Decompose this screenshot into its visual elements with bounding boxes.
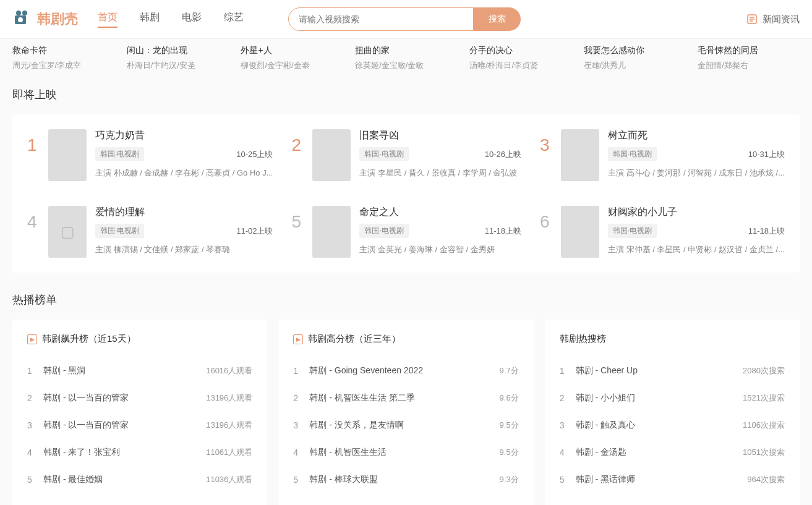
rank-row[interactable]: 5 韩剧 - 最佳婚姻 11036人观看 [27, 466, 252, 493]
news-link[interactable]: 新闻资讯 [746, 14, 800, 25]
upcoming-info: 财阀家的小儿子 韩国·电视剧 11-18上映 主演 宋仲基 / 李星民 / 申贤… [608, 206, 785, 255]
rank-row[interactable]: 4 韩剧 - 机智医生生活 9.5分 [293, 439, 518, 466]
ranking-box: ▶韩剧飙升榜（近15天） 1 韩剧 - 黑洞 16016人观看 2 韩剧 - 以… [12, 320, 267, 505]
rank-row[interactable]: 1 韩剧 - Going Seventeen 2022 9.7分 [293, 357, 518, 384]
rank-row[interactable]: 1 韩剧 - Cheer Up 2080次搜索 [560, 357, 785, 384]
rank-idx: 5 [27, 475, 43, 485]
logo[interactable]: 韩剧壳 [12, 9, 78, 29]
rank-row[interactable]: 3 韩剧 - 以一当百的管家 13196人观看 [27, 412, 252, 439]
partial-actors: 金韶情/郑粲右 [698, 60, 800, 71]
nav-korean[interactable]: 韩剧 [140, 11, 160, 28]
partial-title: 我要怎么感动你 [584, 45, 686, 56]
rank-row[interactable]: 4 韩剧 - 来了！张宝利 11061人观看 [27, 439, 252, 466]
country-tag: 韩国·电视剧 [359, 147, 408, 161]
country-tag: 韩国·电视剧 [608, 147, 657, 161]
partial-actors: 汤唯/朴海日/李贞贤 [469, 60, 571, 71]
upcoming-item-title[interactable]: 旧案寻凶 [359, 129, 521, 142]
rank-number: 5 [291, 212, 304, 232]
poster-thumb[interactable] [312, 206, 351, 258]
poster-thumb[interactable]: ▢ [48, 206, 87, 258]
rank-row[interactable]: 2 韩剧 - 以一当百的管家 13196人观看 [27, 384, 252, 412]
upcoming-info: 命定之人 韩国·电视剧 11-18上映 主演 金英光 / 姜海琳 / 金容智 /… [359, 206, 521, 255]
rank-name: 韩剧 - 黑话律师 [576, 474, 748, 485]
upcoming-meta: 韩国·电视剧 11-02上映 [95, 224, 273, 238]
rank-idx: 3 [560, 420, 576, 430]
search-button[interactable]: 搜索 [474, 7, 521, 31]
rank-idx: 4 [560, 448, 576, 457]
nav-variety[interactable]: 综艺 [224, 11, 244, 28]
rank-value: 1521次搜索 [743, 393, 785, 404]
poster-thumb[interactable] [561, 206, 599, 258]
rank-value: 2080次搜索 [743, 365, 785, 376]
upcoming-info: 爱情的理解 韩国·电视剧 11-02上映 主演 柳演锡 / 文佳煐 / 郑家蓝 … [95, 206, 273, 255]
rank-row[interactable]: 3 韩剧 - 触及真心 1106次搜索 [560, 412, 785, 439]
upcoming-item: 3 树立而死 韩国·电视剧 10-31上映 主演 高斗心 / 姜河那 / 河智苑… [540, 129, 785, 181]
rank-name: 韩剧 - 以一当百的管家 [43, 420, 206, 431]
rank-name: 韩剧 - 黑洞 [43, 365, 206, 376]
rank-idx: 4 [293, 448, 309, 457]
rank-name: 韩剧 - 棒球大联盟 [309, 474, 499, 485]
rank-value: 16016人观看 [206, 365, 252, 376]
rank-value: 9.3分 [500, 474, 519, 485]
partial-item[interactable]: 我要怎么感动你崔雄/洪秀儿 [584, 45, 686, 71]
rank-number: 2 [291, 135, 304, 155]
rank-idx: 1 [560, 366, 576, 376]
rank-value: 1106次搜索 [743, 420, 785, 431]
upcoming-cast: 主演 李星民 / 晋久 / 景收真 / 李学周 / 金弘波 [359, 168, 521, 179]
upcoming-item: 5 命定之人 韩国·电视剧 11-18上映 主演 金英光 / 姜海琳 / 金容智… [291, 206, 521, 258]
upcoming-item-title[interactable]: 爱情的理解 [95, 206, 273, 219]
rank-name: 韩剧 - 以一当百的管家 [43, 393, 206, 404]
ranking-section: 热播榜单 ▶韩剧飙升榜（近15天） 1 韩剧 - 黑洞 16016人观看 2 韩… [0, 282, 812, 505]
rank-row[interactable]: 4 韩剧 - 金汤匙 1051次搜索 [560, 439, 785, 466]
rank-name: 韩剧 - 小小姐们 [576, 393, 743, 404]
rank-value: 9.6分 [500, 393, 519, 404]
partial-item[interactable]: 毛骨悚然的同居金韶情/郑粲右 [698, 45, 800, 71]
poster-thumb[interactable] [48, 129, 87, 181]
rank-row[interactable]: 2 韩剧 - 小小姐们 1521次搜索 [560, 384, 785, 412]
rank-row[interactable]: 3 韩剧 - 没关系，是友情啊 9.5分 [293, 412, 518, 439]
rank-idx: 3 [293, 420, 309, 430]
upcoming-section: 即将上映 1 巧克力奶昔 韩国·电视剧 10-25上映 主演 朴成赫 / 金成赫… [0, 77, 812, 282]
upcoming-meta: 韩国·电视剧 11-18上映 [359, 224, 521, 238]
poster-thumb[interactable] [312, 129, 351, 181]
nav: 首页 韩剧 电影 综艺 [98, 11, 244, 28]
upcoming-cast: 主演 高斗心 / 姜河那 / 河智苑 / 成东日 / 池承炫 /... [608, 168, 785, 179]
upcoming-cast: 主演 朴成赫 / 金成赫 / 李在彬 / 高豪贞 / Go Ho J... [95, 168, 273, 179]
partial-item[interactable]: 救命卡符周元/金宝罗/李成宰 [12, 45, 114, 71]
upcoming-item: 6 财阀家的小儿子 韩国·电视剧 11-18上映 主演 宋仲基 / 李星民 / … [540, 206, 785, 258]
rank-name: 韩剧 - 最佳婚姻 [43, 474, 206, 485]
poster-thumb[interactable] [561, 129, 599, 181]
partial-item[interactable]: 闲山：龙的出现朴海日/卞约汉/安圣 [127, 45, 229, 71]
rank-row[interactable]: 1 韩剧 - 黑洞 16016人观看 [27, 357, 252, 384]
ranking-grid: ▶韩剧飙升榜（近15天） 1 韩剧 - 黑洞 16016人观看 2 韩剧 - 以… [12, 320, 800, 505]
upcoming-grid: 1 巧克力奶昔 韩国·电视剧 10-25上映 主演 朴成赫 / 金成赫 / 李在… [12, 114, 800, 273]
search-input[interactable] [288, 7, 474, 31]
rank-idx: 5 [293, 475, 309, 485]
nav-movie[interactable]: 电影 [182, 11, 202, 28]
partial-item[interactable]: 外星+人柳俊烈/金宇彬/金泰 [241, 45, 343, 71]
upcoming-item: 4 ▢ 爱情的理解 韩国·电视剧 11-02上映 主演 柳演锡 / 文佳煐 / … [27, 206, 273, 258]
rank-idx: 2 [560, 393, 576, 403]
upcoming-item-title[interactable]: 财阀家的小儿子 [608, 206, 785, 219]
ranking-box: ▶韩剧高分榜（近三年） 1 韩剧 - Going Seventeen 2022 … [278, 320, 533, 505]
upcoming-item-title[interactable]: 命定之人 [359, 206, 521, 219]
rank-number: 6 [540, 212, 552, 232]
partial-title: 扭曲的家 [355, 45, 457, 56]
country-tag: 韩国·电视剧 [95, 224, 144, 238]
svg-point-1 [16, 11, 21, 15]
rank-value: 13196人观看 [206, 420, 252, 431]
rank-name: 韩剧 - 机智医生生活 第二季 [309, 393, 499, 404]
rank-row[interactable]: 5 韩剧 - 黑话律师 964次搜索 [560, 466, 785, 493]
upcoming-item-title[interactable]: 巧克力奶昔 [95, 129, 273, 142]
upcoming-item: 1 巧克力奶昔 韩国·电视剧 10-25上映 主演 朴成赫 / 金成赫 / 李在… [27, 129, 273, 181]
rank-row[interactable]: 2 韩剧 - 机智医生生活 第二季 9.6分 [293, 384, 518, 412]
nav-home[interactable]: 首页 [98, 11, 118, 28]
upcoming-item-title[interactable]: 树立而死 [608, 129, 785, 142]
release-date: 10-25上映 [236, 149, 273, 160]
partial-item[interactable]: 分手的决心汤唯/朴海日/李贞贤 [469, 45, 571, 71]
partial-item[interactable]: 扭曲的家徐英姬/金宝敏/金敏 [355, 45, 457, 71]
partial-actors: 周元/金宝罗/李成宰 [12, 60, 114, 71]
news-icon [746, 14, 758, 25]
rank-row[interactable]: 5 韩剧 - 棒球大联盟 9.3分 [293, 466, 518, 493]
rank-value: 9.7分 [500, 365, 519, 376]
